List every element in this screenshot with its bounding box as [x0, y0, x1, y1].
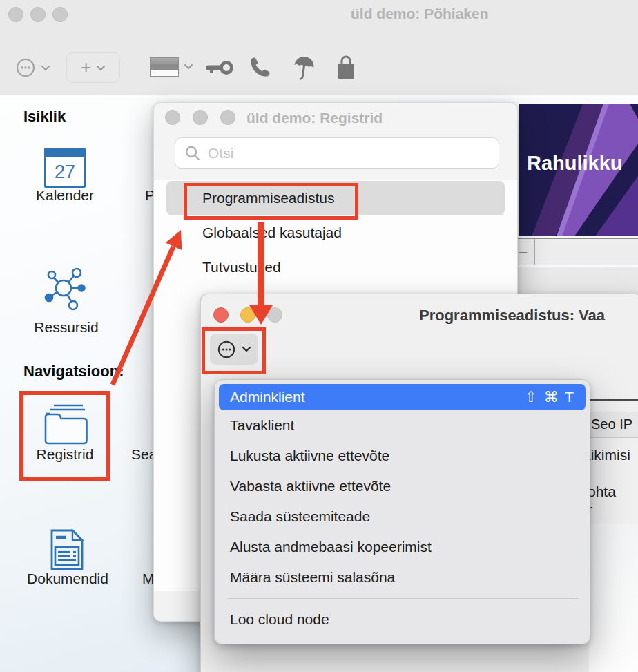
- main-window-title: üld demo: Põhiaken: [351, 6, 489, 22]
- folders-icon: [41, 403, 90, 446]
- list-item[interactable]: Globaalsed kasutajad: [154, 215, 517, 250]
- close-button[interactable]: [165, 110, 180, 125]
- list-item[interactable]: Programmiseadistus: [166, 181, 505, 215]
- settings-tab-underline: [585, 399, 638, 401]
- calendar-icon: 27: [44, 148, 86, 188]
- menu-item[interactable]: Loo cloud node: [215, 604, 590, 635]
- menu-item[interactable]: Adminklient ⇧ ⌘ T: [219, 384, 586, 410]
- plus-icon: +: [81, 58, 91, 76]
- close-button[interactable]: [213, 307, 229, 323]
- umbrella-icon[interactable]: [290, 54, 318, 84]
- menu-item-label: Adminklient: [230, 389, 305, 405]
- search-field[interactable]: [175, 137, 499, 169]
- calendar-day: 27: [46, 157, 84, 186]
- registers-window-title: üld demo: Registrid: [246, 110, 383, 126]
- operations-menu: Adminklient ⇧ ⌘ T Tavaklient Lukusta akt…: [214, 379, 590, 644]
- more-operations-button[interactable]: [11, 54, 54, 81]
- settings-form-area: [589, 524, 638, 672]
- key-icon[interactable]: [204, 60, 233, 77]
- menu-item[interactable]: Vabasta aktiivne ettevõte: [215, 471, 590, 501]
- minimize-button[interactable]: [30, 7, 46, 22]
- chevron-down-icon[interactable]: [184, 64, 193, 70]
- close-button[interactable]: [8, 7, 23, 22]
- settings-column-header: Seo IP: [585, 412, 638, 438]
- shopping-bag-icon[interactable]: [334, 55, 358, 81]
- search-icon: [184, 145, 201, 162]
- network-icon: [43, 267, 87, 312]
- clipped-text-fragment: ohta: [588, 483, 616, 500]
- list-item[interactable]: Tutvustused: [154, 250, 517, 285]
- screen: üld demo: Põhiaken +: [0, 0, 638, 672]
- registers-window-titlebar: üld demo: Registrid: [154, 103, 517, 180]
- phone-icon[interactable]: [249, 55, 272, 79]
- chevron-down-icon: [242, 346, 251, 352]
- menu-separator: [229, 598, 579, 599]
- minimize-button[interactable]: [240, 307, 255, 323]
- zoom-button[interactable]: [220, 110, 235, 125]
- menu-item[interactable]: Tavaklient: [215, 410, 590, 441]
- section-heading-navigation: Navigatsioon:: [23, 363, 124, 381]
- sidebar-item-label: Dokumendid: [27, 570, 108, 587]
- main-window-titlebar: üld demo: Põhiaken +: [0, 0, 638, 95]
- zoom-button[interactable]: [267, 307, 282, 323]
- sidebar-item-label: Ressursid: [34, 319, 98, 336]
- language-flag-icon[interactable]: [150, 57, 179, 77]
- settings-window-title: Programmiseadistus: Vaa: [419, 307, 605, 325]
- sidebar-item-label: Registrid: [37, 446, 94, 463]
- operations-menu-button[interactable]: [210, 334, 258, 365]
- create-new-button[interactable]: +: [66, 52, 120, 83]
- menu-item-shortcut: ⇧ ⌘ T: [525, 384, 575, 410]
- menu-item[interactable]: Saada süsteemiteade: [215, 501, 590, 532]
- ellipsis-circle-icon: [15, 57, 36, 78]
- clipped-sidebar-label: M: [142, 570, 155, 587]
- ellipsis-circle-icon: [217, 340, 236, 359]
- section-heading-personal: Isiklik: [23, 108, 66, 126]
- promo-banner: Rahulikku: [519, 104, 638, 236]
- minimize-button[interactable]: [193, 110, 208, 125]
- chevron-down-icon: [96, 65, 106, 71]
- search-input[interactable]: [208, 145, 484, 162]
- registers-list: Programmiseadistus Globaalsed kasutajad …: [154, 181, 517, 285]
- zoom-button[interactable]: [52, 7, 68, 22]
- menu-item[interactable]: Alusta andmebaasi kopeerimist: [215, 532, 590, 562]
- chevron-down-icon: [41, 65, 50, 71]
- banner-headline: Rahulikku: [527, 152, 623, 175]
- sidebar-item-label: Kalender: [36, 187, 94, 204]
- background-table-band: [511, 267, 638, 294]
- menu-item[interactable]: Lukusta aktiivne ettevõte: [215, 441, 590, 471]
- background-table-row: –: [511, 238, 638, 265]
- document-icon: [50, 528, 84, 571]
- menu-item[interactable]: Määra süsteemi salasõna: [215, 562, 590, 593]
